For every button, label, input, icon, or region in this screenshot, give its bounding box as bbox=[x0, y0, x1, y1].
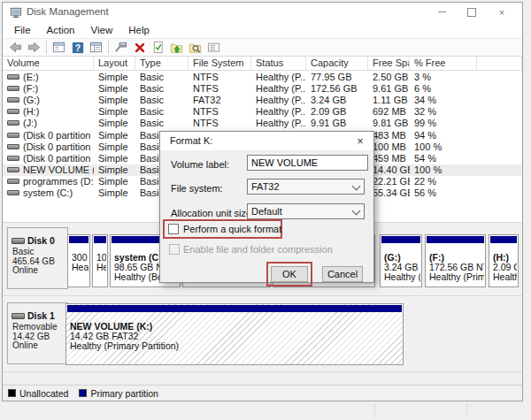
partition-box[interactable]: (H:)2.09 GB NTFSHealthy (Primary Partiti… bbox=[489, 234, 519, 287]
table-row[interactable]: (G:)SimpleBasicFAT32Healthy (P...3.24 GB… bbox=[3, 94, 522, 105]
legend-swatch bbox=[79, 389, 87, 397]
volume-icon bbox=[7, 190, 19, 195]
partition-box[interactable]: 300 MBHealthy (Recovery Partition) bbox=[67, 234, 90, 287]
file-system-label: File system: bbox=[171, 183, 223, 194]
disk-label-panel[interactable]: Disk 0 Basic 465.64 GB Online bbox=[7, 227, 68, 289]
partition-box[interactable]: NEW VOLUME (K:)14.42 GB FAT32Healthy (Pr… bbox=[65, 303, 404, 365]
disk-group: Disk 1 Removable 14.42 GB Online NEW VOL… bbox=[3, 298, 522, 372]
table-row[interactable]: (J:)SimpleBasicNTFSHealthy (P...9.91 GB9… bbox=[3, 118, 522, 129]
action-tool-icon[interactable] bbox=[112, 40, 130, 55]
volume-icon bbox=[7, 74, 19, 80]
delete-icon[interactable] bbox=[130, 40, 149, 55]
table-row[interactable]: (E:)SimpleBasicNTFSHealthy (P...77.95 GB… bbox=[3, 71, 522, 82]
column-header[interactable]: Free Spa... bbox=[368, 57, 410, 70]
dialog-close-icon[interactable]: × bbox=[347, 132, 373, 150]
file-system-value: FAT32 bbox=[251, 181, 280, 192]
title-bar: Disk Management × bbox=[3, 3, 522, 21]
partition-color-stripe bbox=[381, 236, 420, 243]
dialog-title: Format K: bbox=[170, 135, 212, 146]
volume-icon bbox=[7, 144, 19, 149]
partition-box[interactable]: 100 MBHealthy (EFI System Partition) bbox=[92, 234, 108, 287]
partition-color-stripe bbox=[67, 305, 402, 312]
column-header[interactable]: % Free bbox=[410, 57, 477, 70]
cancel-button[interactable]: Cancel bbox=[322, 266, 363, 282]
column-header[interactable]: Capacity bbox=[306, 57, 368, 70]
volume-icon bbox=[7, 109, 19, 114]
console-details-icon[interactable] bbox=[87, 40, 105, 55]
console-window-icon[interactable] bbox=[50, 40, 68, 55]
volume-icon bbox=[7, 133, 19, 138]
legend-label: Unallocated bbox=[19, 388, 68, 399]
folder-up-icon[interactable] bbox=[167, 40, 186, 55]
allocation-unit-value: Default bbox=[251, 206, 282, 217]
volume-icon bbox=[7, 156, 19, 161]
volume-icon bbox=[7, 97, 19, 103]
menu-help[interactable]: Help bbox=[120, 23, 158, 37]
properties-icon[interactable] bbox=[149, 40, 167, 55]
volume-icon bbox=[7, 167, 19, 172]
divider bbox=[374, 404, 375, 418]
menu-file[interactable]: File bbox=[6, 23, 39, 37]
app-icon bbox=[10, 6, 22, 22]
table-row[interactable]: (H:)SimpleBasicNTFSHealthy (P...2.09 GB6… bbox=[3, 106, 522, 118]
toolbar-separator bbox=[108, 41, 109, 54]
details-list-icon[interactable] bbox=[204, 40, 223, 55]
minimize-icon[interactable] bbox=[427, 5, 457, 19]
column-header[interactable]: Type bbox=[135, 57, 189, 70]
chevron-down-icon bbox=[352, 207, 361, 216]
forward-icon[interactable] bbox=[25, 40, 43, 55]
window-controls: × bbox=[427, 5, 517, 19]
allocation-unit-select[interactable]: Default bbox=[247, 203, 365, 219]
volume-icon bbox=[7, 120, 19, 126]
legend: Unallocated Primary partition bbox=[3, 385, 522, 401]
quick-format-label: Perform a quick format bbox=[183, 224, 281, 234]
menu-action[interactable]: Action bbox=[39, 23, 83, 37]
menu-bar: FileActionViewHelp bbox=[3, 21, 522, 38]
volume-label-label: Volume label: bbox=[171, 159, 229, 170]
folder-find-icon[interactable] bbox=[186, 40, 204, 55]
disk-icon bbox=[12, 238, 25, 244]
back-icon[interactable] bbox=[6, 40, 25, 55]
dialog-title-bar: Format K: × bbox=[160, 132, 373, 150]
partition-color-stripe bbox=[94, 236, 106, 243]
table-header: VolumeLayoutTypeFile SystemStatusCapacit… bbox=[3, 57, 522, 71]
partition-color-stripe bbox=[427, 236, 484, 243]
file-system-select[interactable]: FAT32 bbox=[247, 179, 365, 195]
column-header[interactable] bbox=[477, 57, 522, 70]
volume-icon bbox=[7, 86, 19, 91]
volume-label-input[interactable] bbox=[247, 155, 368, 171]
allocation-unit-label: Allocation unit size: bbox=[171, 208, 254, 218]
legend-label: Primary partition bbox=[90, 388, 158, 399]
disk-icon bbox=[12, 313, 25, 319]
ok-button[interactable]: OK bbox=[271, 266, 308, 282]
maximize-icon[interactable] bbox=[457, 5, 487, 19]
table-row[interactable]: (F:)SimpleBasicNTFSHealthy (P...172.56 G… bbox=[3, 82, 522, 94]
menu-view[interactable]: View bbox=[83, 23, 121, 37]
partition-strip: NEW VOLUME (K:)14.42 GB FAT32Healthy (Pr… bbox=[65, 298, 520, 371]
close-icon[interactable]: × bbox=[487, 5, 517, 19]
toolbar-separator bbox=[46, 41, 47, 54]
column-header[interactable]: Layout bbox=[94, 57, 135, 70]
partition-box[interactable]: (G:)3.24 GB FAT32Healthy (Primary Partit… bbox=[380, 234, 422, 287]
legend-swatch bbox=[8, 389, 16, 397]
partition-box[interactable]: (F:)172.56 GB NTFSHealthy (Primary Parti… bbox=[425, 234, 486, 287]
partition-color-stripe bbox=[490, 236, 517, 243]
divider bbox=[466, 404, 467, 418]
compression-checkbox bbox=[169, 244, 180, 255]
column-header[interactable]: Volume bbox=[3, 57, 94, 70]
compression-label: Enable file and folder compression bbox=[183, 244, 333, 255]
partition-color-stripe bbox=[69, 236, 88, 243]
disk-label-panel[interactable]: Disk 1 Removable 14.42 GB Online bbox=[7, 302, 68, 364]
svg-text:?: ? bbox=[74, 42, 80, 52]
column-header[interactable]: File System bbox=[189, 57, 251, 70]
format-dialog: Format K: × Volume label: File system: F… bbox=[159, 131, 374, 283]
volume-icon bbox=[7, 179, 19, 184]
column-header[interactable]: Status bbox=[251, 57, 306, 70]
screen: Disk Management × FileActionViewHelp ? V… bbox=[0, 0, 531, 420]
window-title: Disk Management bbox=[27, 6, 109, 17]
chevron-down-icon bbox=[352, 182, 361, 191]
quick-format-checkbox[interactable] bbox=[168, 224, 179, 234]
toolbar: ? bbox=[3, 38, 522, 57]
help-icon[interactable]: ? bbox=[68, 40, 87, 55]
